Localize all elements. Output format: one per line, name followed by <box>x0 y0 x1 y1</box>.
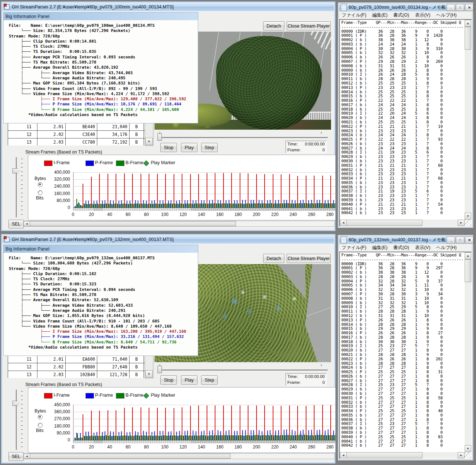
menu-item[interactable]: 書式(O) <box>393 12 409 18</box>
table-row[interactable]: 132.03102B40121,728B <box>8 371 145 378</box>
x-tick-label: 120 <box>178 212 189 217</box>
step-button[interactable]: Step <box>201 375 218 385</box>
slider-track[interactable] <box>158 137 328 138</box>
play-button[interactable]: Play <box>181 375 197 385</box>
stop-button[interactable]: Stop <box>160 375 177 385</box>
close-button[interactable]: ✕ <box>465 237 473 244</box>
text-area[interactable]: Frame--Type QP---Min---Max---Range---DC … <box>339 19 472 227</box>
slider-track[interactable] <box>158 370 328 371</box>
resize-grip[interactable] <box>465 452 471 458</box>
scroll-right-icon[interactable]: ► <box>458 452 465 458</box>
detach-button[interactable]: Detach <box>263 21 284 30</box>
scroll-down-icon[interactable]: ▼ <box>465 213 471 220</box>
table-scrollbar[interactable]: ▼ <box>145 355 153 378</box>
maximize-button[interactable]: □ <box>456 237 464 244</box>
play-button[interactable]: Play <box>181 143 197 152</box>
scroll-left-icon[interactable]: ◄ <box>23 454 30 459</box>
close-button[interactable]: ✕ <box>465 4 473 11</box>
panel-header: Big Information Panel <box>4 12 198 20</box>
menu-item[interactable]: ヘルプ(H) <box>436 12 457 18</box>
menu-item[interactable]: 編集(E) <box>372 245 388 251</box>
title-bar[interactable]: GH StreamParser 2.7 [E:¥user¥temp¥60p_pv… <box>3 235 334 244</box>
log-text[interactable]: Frame--Type QP---Min---Max---Range---DC … <box>341 21 464 219</box>
panel-header: Big Information Panel <box>4 245 198 253</box>
scroll-down-icon[interactable]: ▼ <box>145 138 153 145</box>
table-cell: C3E40 <box>66 131 97 138</box>
sel-button[interactable]: SEL <box>8 220 24 228</box>
table-row[interactable]: 132.03CC78072,192B <box>8 138 145 145</box>
scroll-up-icon[interactable]: ▲ <box>465 252 471 259</box>
scrollbar-thumb[interactable] <box>465 259 471 282</box>
table-row[interactable]: 112.01BE44023,040B <box>8 123 145 131</box>
scroll-down-icon[interactable]: ▼ <box>465 445 471 452</box>
scroll-down-icon[interactable]: ▼ <box>145 370 153 378</box>
close-stream-player-button[interactable]: Close Stream Player <box>287 254 331 263</box>
info-line: └─── B Frame Size (Min/Ave/Max): 4,224 /… <box>9 107 198 112</box>
title-bar[interactable]: 60p_pv079_132mm_iso400_00137.log - メモ帳 _… <box>339 236 472 244</box>
scroll-left-icon[interactable]: ◄ <box>23 221 30 226</box>
menu-item[interactable]: 表示(V) <box>415 245 430 251</box>
minimize-button[interactable]: _ <box>447 4 455 11</box>
table-row[interactable]: 122.02FBB8027,648B <box>8 363 145 371</box>
table-scrollbar[interactable]: ▼ <box>145 123 153 146</box>
sel-button[interactable]: SEL <box>8 452 24 461</box>
slider-handle[interactable] <box>157 366 162 373</box>
chart-horizontal-scrollbar[interactable]: ◄ <box>23 453 335 459</box>
slider-handle[interactable] <box>12 168 20 173</box>
bits-radio[interactable] <box>38 190 43 195</box>
vertical-scrollbar[interactable]: ▲ ▼ <box>465 20 471 220</box>
menu-item[interactable]: ファイル(F) <box>342 12 366 18</box>
frame-bar-i <box>297 176 298 208</box>
table-row[interactable]: 112.01EA60071,040B <box>8 356 145 363</box>
menu-item[interactable]: ファイル(F) <box>342 245 366 251</box>
frame-bar-i <box>289 405 290 440</box>
scroll-right-icon[interactable]: ► <box>458 220 465 226</box>
resize-grip[interactable] <box>465 220 471 226</box>
bytes-radio[interactable] <box>38 415 43 419</box>
frame-bar-i <box>264 405 265 440</box>
scrollbar-thumb[interactable] <box>346 452 422 458</box>
scroll-left-icon[interactable]: ◄ <box>340 452 347 458</box>
scrollbar-thumb[interactable] <box>30 454 230 459</box>
zoom-slider[interactable] <box>12 389 24 451</box>
scrollbar-thumb[interactable] <box>465 27 471 50</box>
slider-handle[interactable] <box>12 401 20 406</box>
vertical-scrollbar[interactable]: ▲ ▼ <box>465 252 471 452</box>
bits-radio[interactable] <box>38 423 43 428</box>
detach-button[interactable]: Detach <box>263 254 284 263</box>
seek-slider[interactable] <box>157 364 328 374</box>
menu-item[interactable]: ヘルプ(H) <box>436 245 457 251</box>
close-stream-player-button[interactable]: Close Stream Player <box>287 21 331 30</box>
packet-table[interactable]: 112.01BE44023,040B122.02C3E4034,176B132.… <box>8 123 145 145</box>
scrollbar-thumb[interactable] <box>30 221 236 226</box>
scrollbar-thumb[interactable] <box>346 220 422 226</box>
step-button[interactable]: Step <box>201 143 218 152</box>
x-tick-label: 260 <box>306 212 317 217</box>
seek-slider[interactable] <box>157 132 328 142</box>
packet-table[interactable]: 112.01EA60071,040B122.02FBB8027,648B132.… <box>8 355 145 378</box>
time-frame-box: Time:0:00:00.00 Frame:0 <box>286 141 327 153</box>
x-axis-ticks <box>73 440 336 443</box>
bytes-radio[interactable] <box>38 182 43 187</box>
minimize-button[interactable]: _ <box>447 237 455 244</box>
big-information-panel: Big Information Panel File: Name: E:\use… <box>3 245 198 356</box>
log-text[interactable]: Frame--Type QP---Min---Max---Range---DC … <box>341 253 464 452</box>
menu-item[interactable]: 書式(O) <box>393 245 409 251</box>
table-row[interactable]: 122.02C3E4034,176B <box>8 131 145 138</box>
frame-bar-i <box>330 176 331 208</box>
zoom-slider[interactable] <box>12 156 24 218</box>
menu-item[interactable]: 表示(V) <box>415 12 430 18</box>
title-bar[interactable]: GH StreamParser 2.7 [E:¥user¥temp¥60p_pv… <box>3 3 334 11</box>
scroll-up-icon[interactable]: ▲ <box>465 20 471 27</box>
stop-button[interactable]: Stop <box>160 143 177 152</box>
menu-item[interactable]: 編集(E) <box>372 12 388 18</box>
chart-horizontal-scrollbar[interactable]: ◄ <box>23 221 335 227</box>
maximize-button[interactable]: □ <box>456 4 464 11</box>
title-bar[interactable]: 60p_pv079_100mm_iso400_00134.log - メモ帳 _… <box>339 4 472 11</box>
frame-bar-i <box>157 408 158 440</box>
text-area[interactable]: Frame--Type QP---Min---Max---Range---DC … <box>339 252 472 459</box>
horizontal-scrollbar[interactable]: ◄ ► <box>340 452 465 458</box>
horizontal-scrollbar[interactable]: ◄ ► <box>340 220 465 226</box>
slider-handle[interactable] <box>157 133 162 141</box>
scroll-left-icon[interactable]: ◄ <box>340 220 347 226</box>
